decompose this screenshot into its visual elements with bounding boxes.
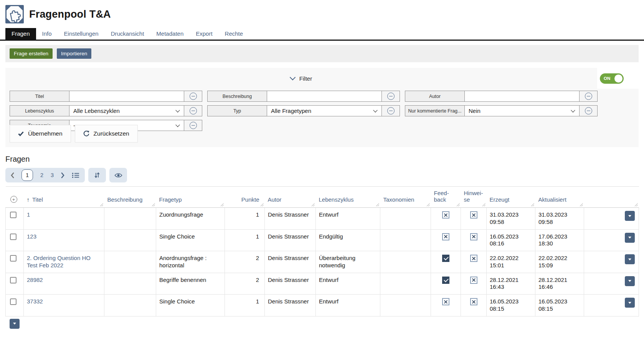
cell-erzeugt: 16.05.202308:15 [487,295,535,316]
page-title: Fragenpool T&A [29,8,111,20]
tab-info[interactable]: Info [36,28,58,40]
sort-order-button[interactable] [88,168,106,182]
remove-beschreibung-filter-button[interactable] [381,91,400,101]
hinweise-crossed-checkbox-icon [470,298,477,305]
filter-autor-label: Autor [405,91,465,101]
row-checkbox[interactable] [10,212,17,218]
question-link[interactable]: 1 [27,211,30,218]
tab-einstellungen[interactable]: Einstellungen [58,28,105,40]
cell-autor: Denis Strassner [265,273,316,295]
cell-taxonomien [380,208,431,230]
cell-lebenszyklus: Entwurf [316,273,380,295]
filter-lebenszyklus-label: Lebenszyklus [10,106,69,116]
question-link[interactable]: 123 [27,233,36,240]
column-feedback[interactable]: Feed-back [431,187,461,208]
import-button[interactable]: Importieren [57,48,91,59]
bulk-actions-dropdown[interactable] [10,319,20,329]
page-3-button[interactable]: 3 [51,172,54,178]
titel-filter-input[interactable] [69,91,184,101]
filter-collapse-header[interactable]: Filter [5,68,597,89]
typ-filter-select[interactable]: Alle Fragetypen [267,106,381,116]
previous-page-button[interactable] [11,172,14,178]
column-resize-handle[interactable] [311,203,315,206]
column-resize-handle[interactable] [531,203,534,206]
tab-export[interactable]: Export [190,28,218,40]
column-select: + [6,187,24,208]
column-resize-handle[interactable] [580,203,583,206]
column-titel[interactable]: ↑Titel [24,187,104,208]
cell-beschreibung [104,273,156,295]
remove-lebenszyklus-filter-button[interactable] [184,106,202,116]
minus-circle-icon [387,93,395,100]
toggle-knob-icon [614,75,623,83]
beschreibung-filter-input[interactable] [267,91,381,101]
rows-per-page-button[interactable] [72,172,79,178]
cell-autor: Denis Strassner [265,251,316,273]
column-resize-handle[interactable] [482,203,485,206]
lebenszyklus-filter-select[interactable]: Alle Lebenszyklen [69,106,184,116]
kommentierte-filter-select[interactable]: Nein [465,106,579,116]
row-actions-dropdown[interactable] [625,298,635,308]
remove-kommentierte-filter-button[interactable] [579,106,597,116]
question-link[interactable]: 37332 [27,298,43,305]
row-actions-dropdown[interactable] [625,254,635,264]
hinweise-crossed-checkbox-icon [470,255,477,262]
column-resize-handle[interactable] [634,203,638,206]
row-actions-dropdown[interactable] [625,211,635,221]
tab-druckansicht[interactable]: Druckansicht [105,28,150,40]
row-checkbox[interactable] [10,234,17,240]
tab-metadaten[interactable]: Metadaten [150,28,190,40]
reset-filter-button[interactable]: Zurücksetzen [75,125,138,142]
column-punkte[interactable]: Punkte [225,187,265,208]
column-resize-handle[interactable] [376,203,379,206]
column-autor[interactable]: Autor [265,187,316,208]
create-question-button[interactable]: Frage erstellen [10,48,53,59]
tab-fragen[interactable]: Fragen [5,28,36,40]
question-link[interactable]: 2. Ordering Question HO Test Feb 2022 [27,255,91,268]
remove-titel-filter-button[interactable] [184,91,202,101]
autor-filter-input[interactable] [465,91,579,101]
column-resize-handle[interactable] [260,203,264,206]
table-row: 2. Ordering Question HO Test Feb 2022 An… [6,251,639,273]
cell-beschreibung [104,229,156,251]
column-resize-handle[interactable] [456,203,460,206]
remove-typ-filter-button[interactable] [381,106,400,116]
chevron-right-icon [61,172,64,178]
row-checkbox[interactable] [10,277,17,283]
column-lebenszyklus[interactable]: Lebenszyklus [316,187,380,208]
cell-punkte: 1 [225,208,265,230]
column-resize-handle[interactable] [100,203,103,206]
column-hinweise[interactable]: Hinwei-se [461,187,487,208]
page-2-button[interactable]: 2 [40,172,43,178]
plus-circle-icon[interactable]: + [10,196,17,203]
eye-icon [114,172,122,178]
remove-autor-filter-button[interactable] [579,91,597,101]
row-actions-dropdown[interactable] [625,233,635,243]
apply-filter-label: Übernehmen [28,130,63,137]
page-1-button[interactable]: 1 [21,169,33,181]
caret-down-icon [628,215,631,217]
column-fragetyp[interactable]: Fragetyp [156,187,225,208]
column-resize-handle[interactable] [426,203,430,206]
row-actions-dropdown[interactable] [625,276,635,286]
app-header: Fragenpool T&A [0,0,644,27]
refresh-icon [83,131,89,137]
cell-lebenszyklus: Endgültig [316,229,380,251]
column-aktualisiert[interactable]: Aktualisiert [535,187,584,208]
next-page-button[interactable] [61,172,64,178]
question-link[interactable]: 28982 [27,277,43,283]
column-resize-handle[interactable] [152,203,155,206]
preview-visibility-button[interactable] [109,168,127,182]
cell-aktualisiert: 17.06.202318:30 [535,229,584,251]
column-taxonomien[interactable]: Taxonomien [380,187,431,208]
column-resize-handle[interactable] [220,203,224,206]
tab-rechte[interactable]: Rechte [219,28,249,40]
row-checkbox[interactable] [10,255,17,262]
pagination: 1 2 3 [5,168,85,182]
row-checkbox[interactable] [10,298,17,305]
apply-filter-button[interactable]: Übernehmen [10,125,71,142]
column-erzeugt[interactable]: Erzeugt [487,187,535,208]
filter-on-toggle[interactable]: ON [600,73,624,84]
cell-lebenszyklus: Entwurf [316,208,380,230]
column-beschreibung[interactable]: Beschreibung [104,187,156,208]
